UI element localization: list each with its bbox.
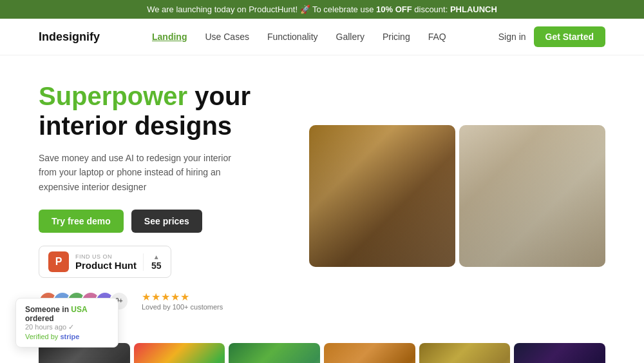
upvote-arrow-icon: ▲: [153, 253, 160, 260]
toast-stripe: stripe: [60, 333, 79, 340]
banner-text: We are launching today on ProductHunt! 🚀…: [147, 5, 376, 14]
banner-discount: 10% OFF: [376, 5, 412, 14]
logo: Indesignify: [39, 30, 100, 44]
product-hunt-icon: P: [48, 251, 69, 272]
gallery-grid: Modern Pop Art Tropical Bohemian Vintage…: [39, 343, 605, 363]
nav-item-usecases[interactable]: Use Cases: [205, 31, 249, 43]
ph-find-us-label: FIND US ON: [75, 253, 137, 260]
product-hunt-badge[interactable]: P FIND US ON Product Hunt ▲ 55: [39, 246, 171, 278]
gallery-item-bohemian[interactable]: Bohemian: [324, 343, 415, 363]
nav-item-faq[interactable]: FAQ: [428, 31, 446, 43]
gallery-item-popart[interactable]: Pop Art: [134, 343, 225, 363]
sign-in-button[interactable]: Sign in: [498, 32, 526, 42]
navbar-actions: Sign in Get Started: [498, 26, 605, 47]
banner-code: PHLAUNCH: [450, 5, 497, 14]
nav-item-pricing[interactable]: Pricing: [383, 31, 410, 43]
hero-text: Superpower your interior designs Save mo…: [39, 81, 283, 311]
toast-country: USA: [71, 305, 87, 314]
nav-links: Landing Use Cases Functionality Gallery …: [152, 31, 446, 43]
promo-banner: We are launching today on ProductHunt! 🚀…: [0, 0, 644, 19]
see-prices-button[interactable]: See prices: [131, 210, 202, 233]
hero-subtitle: Save money and use AI to redesign your i…: [39, 151, 245, 194]
nav-link-landing[interactable]: Landing: [152, 32, 187, 42]
hero-section: Superpower your interior designs Save mo…: [0, 55, 644, 330]
toast-verified-label: Verified by: [25, 333, 58, 340]
nav-item-functionality[interactable]: Functionality: [267, 31, 318, 43]
nav-link-functionality[interactable]: Functionality: [267, 32, 318, 42]
nav-link-pricing[interactable]: Pricing: [383, 32, 410, 42]
ph-text-block: FIND US ON Product Hunt: [75, 253, 137, 271]
nav-link-faq[interactable]: FAQ: [428, 32, 446, 42]
rating-block: ★★★★★ Loved by 100+ customers: [142, 291, 223, 311]
hero-title: Superpower your interior designs: [39, 81, 283, 141]
hero-image-right: [459, 125, 605, 267]
notification-toast: Someone in USA ordered 20 hours ago ✓ Ve…: [15, 298, 118, 348]
hero-images: [309, 125, 605, 267]
gallery-item-cyberpunk[interactable]: Cyberpunk: [514, 343, 605, 363]
gallery-item-vintageglam[interactable]: Vintage Glam: [419, 343, 511, 363]
gallery-item-tropical[interactable]: Tropical: [229, 343, 320, 363]
toast-message: Someone in USA ordered: [25, 305, 109, 323]
hero-title-highlight: Superpower: [39, 82, 187, 110]
hero-image-left: [309, 125, 455, 267]
ph-count: 55: [151, 260, 162, 271]
try-demo-button[interactable]: Try free demo: [39, 210, 124, 233]
toast-verified: Verified by stripe: [25, 333, 109, 340]
rating-text: Loved by 100+ customers: [142, 303, 223, 311]
ph-upvotes: ▲ 55: [143, 253, 162, 271]
nav-link-usecases[interactable]: Use Cases: [205, 32, 249, 42]
nav-item-gallery[interactable]: Gallery: [336, 31, 365, 43]
nav-link-gallery[interactable]: Gallery: [336, 32, 365, 42]
navbar: Indesignify Landing Use Cases Functional…: [0, 19, 644, 55]
nav-item-landing[interactable]: Landing: [152, 31, 187, 43]
hero-buttons: Try free demo See prices: [39, 210, 283, 233]
toast-time: 20 hours ago ✓: [25, 323, 109, 331]
toast-text-2: ordered: [25, 314, 54, 323]
get-started-button[interactable]: Get Started: [534, 26, 605, 47]
banner-suffix: discount:: [412, 5, 450, 14]
toast-text-1: Someone in: [25, 305, 71, 314]
star-rating: ★★★★★: [142, 291, 223, 303]
ph-name-label: Product Hunt: [75, 260, 137, 271]
